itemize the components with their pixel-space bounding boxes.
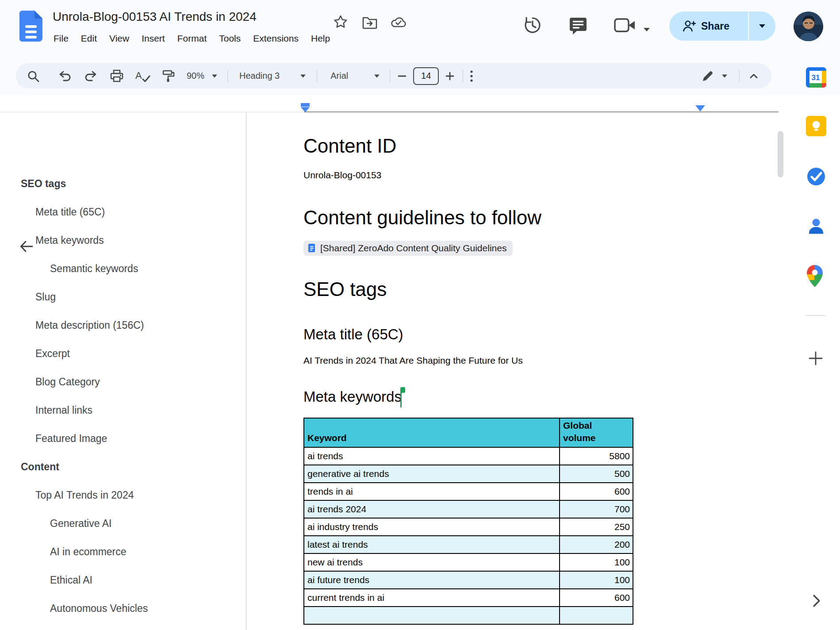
cloud-status-icon[interactable] xyxy=(390,16,405,31)
star-icon[interactable] xyxy=(333,14,348,29)
paint-format-icon[interactable] xyxy=(162,66,175,86)
more-options-icon[interactable] xyxy=(469,66,474,86)
zoom-select[interactable]: 90% xyxy=(187,66,218,86)
doc-heading-seo-tags[interactable]: SEO tags xyxy=(303,278,387,300)
table-cell-keyword[interactable]: ai future trends xyxy=(304,571,560,589)
table-cell-volume[interactable]: 500 xyxy=(560,465,633,483)
outline-item[interactable]: Generative AI xyxy=(0,509,246,538)
outline-item[interactable]: Meta title (65C) xyxy=(0,198,246,226)
table-cell-keyword[interactable] xyxy=(304,607,560,624)
get-addons-icon[interactable] xyxy=(807,350,825,367)
video-call-icon[interactable] xyxy=(613,15,637,36)
share-dropdown[interactable] xyxy=(749,24,775,28)
outline-item[interactable]: Excerpt xyxy=(0,339,246,368)
doc-heading-guidelines[interactable]: Content guidelines to follow xyxy=(303,207,541,229)
editing-mode-select[interactable] xyxy=(701,66,728,86)
table-cell-volume[interactable] xyxy=(560,607,633,624)
spellcheck-icon[interactable]: A xyxy=(135,66,150,86)
contacts-icon[interactable] xyxy=(806,216,826,236)
table-cell-volume[interactable]: 200 xyxy=(560,536,633,553)
outline-item[interactable]: SEO tags xyxy=(0,169,246,198)
outline-item[interactable]: Content xyxy=(0,453,246,481)
google-docs-window: Unrola-Blog-00153 AI Trends in 2024 File… xyxy=(0,0,840,630)
outline-item[interactable]: Autonomous Vehicles xyxy=(0,594,246,622)
table-cell-keyword[interactable]: ai trends xyxy=(304,447,560,465)
table-cell-volume[interactable]: 100 xyxy=(560,553,633,571)
table-cell-keyword[interactable]: new ai trends xyxy=(304,553,560,571)
table-cell-keyword[interactable]: ai trends 2024 xyxy=(304,500,560,518)
table-cell-volume[interactable]: 5800 xyxy=(560,447,633,465)
version-history-icon[interactable] xyxy=(522,15,543,36)
increase-font-size-button[interactable] xyxy=(445,66,455,86)
table-cell-keyword[interactable]: generative ai trends xyxy=(304,465,560,483)
avatar[interactable] xyxy=(794,12,823,41)
doc-meta-title-value[interactable]: AI Trends in 2024 That Are Shaping the F… xyxy=(303,355,523,366)
outline-item[interactable]: Semantic keywords xyxy=(0,254,246,283)
video-call-dropdown[interactable] xyxy=(644,25,650,33)
table-cell-volume[interactable]: 600 xyxy=(560,483,633,500)
doc-heading-meta-keywords[interactable]: Meta keywords xyxy=(303,388,402,405)
table-cell-volume[interactable]: 100 xyxy=(560,571,633,589)
share-button[interactable]: Share xyxy=(669,12,775,41)
paragraph-style-select[interactable]: Heading 3 xyxy=(239,66,306,86)
outline-item[interactable]: Slug xyxy=(0,283,246,311)
menu-help[interactable]: Help xyxy=(305,31,336,46)
menu-edit[interactable]: Edit xyxy=(75,31,103,46)
tasks-icon[interactable] xyxy=(806,166,826,187)
outline-item[interactable]: Meta description (156C) xyxy=(0,311,246,339)
pen-icon xyxy=(701,69,714,83)
font-family-select[interactable]: Arial xyxy=(330,66,380,86)
menu-insert[interactable]: Insert xyxy=(135,31,171,46)
table-header-keyword[interactable]: Keyword xyxy=(304,418,560,447)
font-size-input[interactable]: 14 xyxy=(413,67,439,85)
menu-file[interactable]: File xyxy=(47,31,75,46)
doc-heading-meta-title[interactable]: Meta title (65C) xyxy=(303,326,403,343)
table-cell-volume[interactable]: 600 xyxy=(560,589,633,607)
paragraph-style-value: Heading 3 xyxy=(239,71,280,81)
outline-item[interactable]: Top AI Trends in 2024 xyxy=(0,481,246,509)
outline-item[interactable]: Ethical AI xyxy=(0,566,246,594)
table-cell-volume[interactable]: 250 xyxy=(560,518,633,536)
calendar-icon[interactable]: 31 xyxy=(806,67,826,88)
outline-item[interactable]: Meta keywords xyxy=(0,226,246,254)
scrollbar-thumb[interactable] xyxy=(778,131,783,177)
table-cell-keyword[interactable]: ai industry trends xyxy=(304,518,560,536)
docs-logo-icon[interactable] xyxy=(19,11,42,42)
table-row: latest ai trends200 xyxy=(304,536,633,553)
doc-heading-content-id[interactable]: Content ID xyxy=(303,135,396,157)
doc-content-id-value[interactable]: Unrola-Blog-00153 xyxy=(303,170,381,181)
side-panel-divider xyxy=(806,315,825,316)
hide-menus-icon[interactable] xyxy=(748,66,760,86)
table-cell-keyword[interactable]: trends in ai xyxy=(304,483,560,500)
menubar: FileEditViewInsertFormatToolsExtensionsH… xyxy=(47,31,336,46)
indent-marker-left[interactable] xyxy=(301,103,310,112)
outline-item[interactable]: AI in ecommerce xyxy=(0,538,246,566)
menu-view[interactable]: View xyxy=(103,31,135,46)
move-folder-icon[interactable] xyxy=(362,16,377,31)
menu-format[interactable]: Format xyxy=(171,31,213,46)
table-cell-volume[interactable]: 700 xyxy=(560,500,633,518)
indent-marker-right[interactable] xyxy=(695,105,705,111)
toolbar-divider xyxy=(739,70,740,82)
decrease-font-size-button[interactable] xyxy=(397,66,407,86)
print-icon[interactable] xyxy=(110,66,124,86)
document-title[interactable]: Unrola-Blog-00153 AI Trends in 2024 xyxy=(53,10,257,24)
outline-item[interactable]: Featured Image xyxy=(0,424,246,453)
redo-icon[interactable] xyxy=(84,66,98,86)
search-icon[interactable] xyxy=(27,66,40,86)
linked-doc-chip[interactable]: [Shared] ZeroAdo Content Quality Guideli… xyxy=(303,241,513,256)
keep-icon[interactable] xyxy=(806,116,826,136)
outline-item[interactable]: Blog Category xyxy=(0,368,246,396)
table-cell-keyword[interactable]: current trends in ai xyxy=(304,589,560,607)
outline-item[interactable]: Internal links xyxy=(0,396,246,424)
share-main[interactable]: Share xyxy=(669,20,748,32)
menu-extensions[interactable]: Extensions xyxy=(247,31,305,46)
comments-icon[interactable] xyxy=(568,15,589,36)
table-row: current trends in ai600 xyxy=(304,589,633,607)
undo-icon[interactable] xyxy=(58,66,72,86)
table-cell-keyword[interactable]: latest ai trends xyxy=(304,536,560,553)
maps-icon[interactable] xyxy=(806,265,826,285)
hide-side-panel-icon[interactable] xyxy=(809,593,825,610)
menu-tools[interactable]: Tools xyxy=(213,31,247,46)
table-header-volume[interactable]: Global volume xyxy=(560,418,633,447)
